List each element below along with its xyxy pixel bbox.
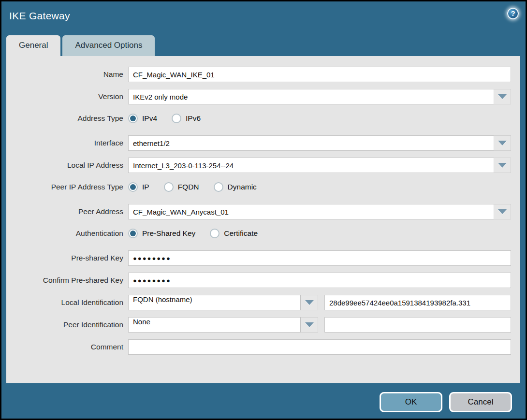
local-ip-row: Local IP Address Internet_L3_203-0-113-2…	[6, 158, 520, 173]
comment-label: Comment	[6, 343, 128, 351]
authentication-radio-group: Pre-Shared Key Certificate	[128, 229, 258, 238]
radio-unselected-icon	[172, 114, 181, 123]
peer-ip-type-label: Peer IP Address Type	[6, 183, 128, 191]
peer-id-row: Peer Identification None	[6, 317, 520, 333]
interface-select[interactable]: ethernet1/2	[128, 135, 511, 151]
dialog-titlebar: IKE Gateway ?	[1, 1, 526, 33]
confirm-psk-label: Confirm Pre-shared Key	[6, 276, 128, 285]
peer-id-dropdown-button[interactable]	[301, 317, 318, 333]
radio-selected-icon	[128, 114, 138, 123]
tab-general[interactable]: General	[6, 35, 60, 56]
peer-address-dropdown-button[interactable]	[494, 204, 511, 219]
authentication-label: Authentication	[6, 229, 128, 238]
local-id-dropdown-button[interactable]	[301, 295, 318, 310]
radio-ipv6[interactable]: IPv6	[172, 114, 201, 123]
name-input[interactable]	[128, 67, 511, 82]
address-type-radio-group: IPv4 IPv6	[128, 114, 201, 123]
version-label: Version	[6, 92, 128, 101]
peer-address-value: CF_Magic_WAN_Anycast_01	[128, 204, 494, 219]
version-dropdown-button[interactable]	[494, 89, 511, 104]
comment-input[interactable]	[128, 339, 511, 355]
psk-label: Pre-shared Key	[6, 254, 128, 262]
peer-ip-type-row: Peer IP Address Type IP FQDN Dynamic	[6, 180, 520, 194]
local-id-row: Local Identification FQDN (hostname)	[6, 295, 520, 310]
local-id-label: Local Identification	[6, 298, 128, 307]
chevron-down-icon	[498, 209, 507, 214]
interface-value: ethernet1/2	[128, 135, 494, 151]
peer-ip-type-radio-group: IP FQDN Dynamic	[128, 182, 257, 192]
name-row: Name	[6, 67, 520, 82]
local-ip-value: Internet_L3_203-0-113-254--24	[128, 158, 494, 173]
local-id-type-select[interactable]: FQDN (hostname)	[128, 295, 318, 310]
chevron-down-icon	[305, 322, 314, 327]
interface-label: Interface	[6, 139, 128, 147]
tab-advanced-options[interactable]: Advanced Options	[62, 35, 155, 56]
radio-fqdn[interactable]: FQDN	[164, 182, 199, 192]
interface-row: Interface ethernet1/2	[6, 135, 520, 151]
dialog-title: IKE Gateway	[9, 10, 70, 21]
authentication-row: Authentication Pre-Shared Key Certificat…	[6, 226, 520, 241]
chevron-down-icon	[305, 300, 314, 305]
confirm-psk-input[interactable]	[128, 273, 511, 288]
confirm-psk-row: Confirm Pre-shared Key	[6, 273, 520, 288]
local-ip-label: Local IP Address	[6, 161, 128, 170]
peer-id-value-input[interactable]	[324, 317, 511, 333]
chevron-down-icon	[498, 141, 507, 145]
help-icon[interactable]: ?	[507, 8, 519, 19]
chevron-down-icon	[498, 94, 507, 99]
name-label: Name	[6, 70, 128, 79]
radio-unselected-icon	[164, 182, 174, 192]
general-tab-panel: Name Version IKEv2 only mode Address Typ…	[6, 56, 520, 383]
radio-unselected-icon	[214, 182, 223, 192]
radio-dynamic[interactable]: Dynamic	[214, 182, 257, 192]
ok-button[interactable]: OK	[380, 392, 442, 412]
psk-input[interactable]	[128, 250, 511, 266]
radio-ipv4[interactable]: IPv4	[128, 114, 157, 123]
radio-pre-shared-key[interactable]: Pre-Shared Key	[128, 229, 195, 238]
interface-dropdown-button[interactable]	[494, 135, 511, 151]
peer-id-label: Peer Identification	[6, 320, 128, 329]
address-type-label: Address Type	[6, 114, 128, 123]
chevron-down-icon	[498, 163, 507, 168]
version-select[interactable]: IKEv2 only mode	[128, 89, 511, 104]
version-value: IKEv2 only mode	[128, 89, 494, 104]
cancel-button[interactable]: Cancel	[449, 392, 512, 412]
peer-id-type-value: None	[128, 317, 301, 333]
dialog-footer: OK Cancel	[1, 383, 526, 420]
psk-row: Pre-shared Key	[6, 250, 520, 266]
local-ip-select[interactable]: Internet_L3_203-0-113-254--24	[128, 158, 511, 173]
peer-id-type-select[interactable]: None	[128, 317, 318, 333]
local-id-type-value: FQDN (hostname)	[128, 295, 301, 310]
radio-selected-icon	[128, 229, 138, 238]
radio-certificate[interactable]: Certificate	[210, 229, 258, 238]
local-id-value-input[interactable]	[324, 295, 511, 310]
peer-address-row: Peer Address CF_Magic_WAN_Anycast_01	[6, 204, 520, 219]
comment-row: Comment	[6, 339, 520, 355]
peer-address-select[interactable]: CF_Magic_WAN_Anycast_01	[128, 204, 511, 219]
radio-unselected-icon	[210, 229, 220, 238]
radio-selected-icon	[128, 182, 138, 192]
version-row: Version IKEv2 only mode	[6, 89, 520, 104]
address-type-row: Address Type IPv4 IPv6	[6, 111, 520, 126]
tab-bar: General Advanced Options	[1, 33, 526, 56]
radio-ip[interactable]: IP	[128, 182, 149, 192]
local-ip-dropdown-button[interactable]	[494, 158, 511, 173]
peer-address-label: Peer Address	[6, 207, 128, 216]
ike-gateway-dialog: IKE Gateway ? General Advanced Options N…	[0, 0, 527, 420]
